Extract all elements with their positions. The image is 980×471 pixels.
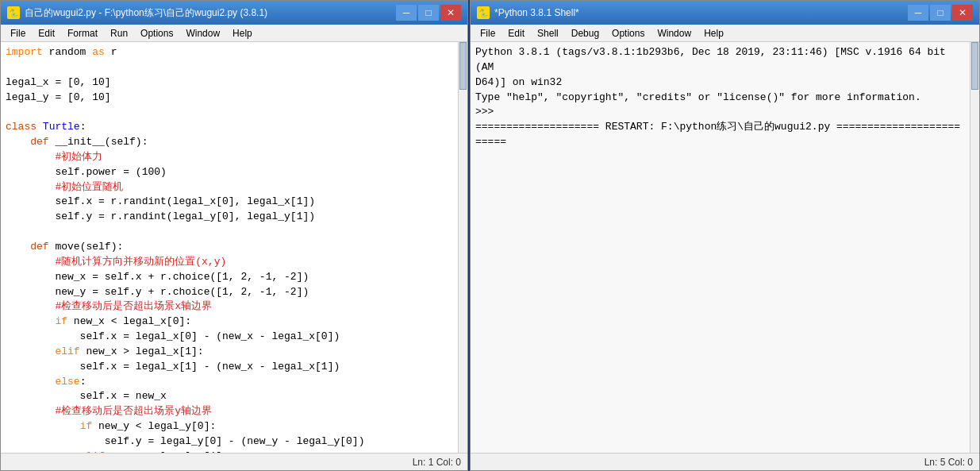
shell-output[interactable]: Python 3.8.1 (tags/v3.8.1:1b293b6, Dec 1…	[471, 42, 970, 453]
menu-help[interactable]: Help	[226, 26, 259, 41]
menu-run[interactable]: Run	[104, 26, 134, 41]
editor-area: import random as r legal_x = [0, 10] leg…	[1, 42, 467, 453]
menu-format[interactable]: Format	[61, 26, 104, 41]
close-button[interactable]: ✕	[440, 5, 461, 21]
shell-menu-edit[interactable]: Edit	[502, 26, 531, 41]
maximize-button[interactable]: □	[418, 5, 439, 21]
shell-window-controls: ─ □ ✕	[908, 5, 973, 21]
editor-status-text: Ln: 1 Col: 0	[413, 457, 461, 468]
editor-menu-bar: File Edit Format Run Options Window Help	[1, 25, 467, 42]
editor-scrollbar[interactable]	[458, 42, 467, 453]
code-editor[interactable]: import random as r legal_x = [0, 10] leg…	[1, 42, 458, 453]
shell-status-text: Ln: 5 Col: 0	[924, 457, 973, 468]
menu-options[interactable]: Options	[134, 26, 179, 41]
app-icon: 🐍	[7, 6, 20, 19]
shell-area: Python 3.8.1 (tags/v3.8.1:1b293b6, Dec 1…	[471, 42, 979, 453]
shell-title-bar-left: 🐍 *Python 3.8.1 Shell*	[477, 6, 579, 19]
shell-menu-options[interactable]: Options	[605, 26, 651, 41]
shell-app-icon: 🐍	[477, 6, 490, 19]
shell-menu-debug[interactable]: Debug	[565, 26, 605, 41]
shell-title-bar: 🐍 *Python 3.8.1 Shell* ─ □ ✕	[471, 1, 979, 25]
shell-window: 🐍 *Python 3.8.1 Shell* ─ □ ✕ File Edit S…	[470, 0, 980, 471]
editor-title-bar: 🐍 自己的wugui2.py - F:\python练习\自己的wugui2.p…	[1, 1, 467, 25]
shell-minimize-button[interactable]: ─	[908, 5, 928, 21]
shell-title: *Python 3.8.1 Shell*	[494, 7, 579, 18]
minimize-button[interactable]: ─	[396, 5, 417, 21]
menu-window[interactable]: Window	[179, 26, 226, 41]
shell-status-bar: Ln: 5 Col: 0	[471, 453, 979, 470]
shell-maximize-button[interactable]: □	[930, 5, 951, 21]
shell-menu-file[interactable]: File	[474, 26, 502, 41]
shell-menu-window[interactable]: Window	[651, 26, 698, 41]
editor-title: 自己的wugui2.py - F:\python练习\自己的wugui2.py …	[25, 6, 267, 20]
window-controls: ─ □ ✕	[396, 5, 461, 21]
shell-menu-bar: File Edit Shell Debug Options Window Hel…	[471, 25, 979, 42]
menu-edit[interactable]: Edit	[32, 26, 61, 41]
shell-menu-help[interactable]: Help	[698, 26, 730, 41]
editor-status-bar: Ln: 1 Col: 0	[1, 453, 467, 470]
title-bar-left: 🐍 自己的wugui2.py - F:\python练习\自己的wugui2.p…	[7, 6, 267, 20]
shell-scrollbar-thumb[interactable]	[971, 42, 978, 90]
shell-menu-shell[interactable]: Shell	[531, 26, 565, 41]
editor-window: 🐍 自己的wugui2.py - F:\python练习\自己的wugui2.p…	[0, 0, 468, 471]
menu-file[interactable]: File	[4, 26, 32, 41]
editor-scrollbar-thumb[interactable]	[459, 42, 467, 90]
shell-close-button[interactable]: ✕	[952, 5, 973, 21]
shell-scrollbar[interactable]	[970, 42, 979, 453]
